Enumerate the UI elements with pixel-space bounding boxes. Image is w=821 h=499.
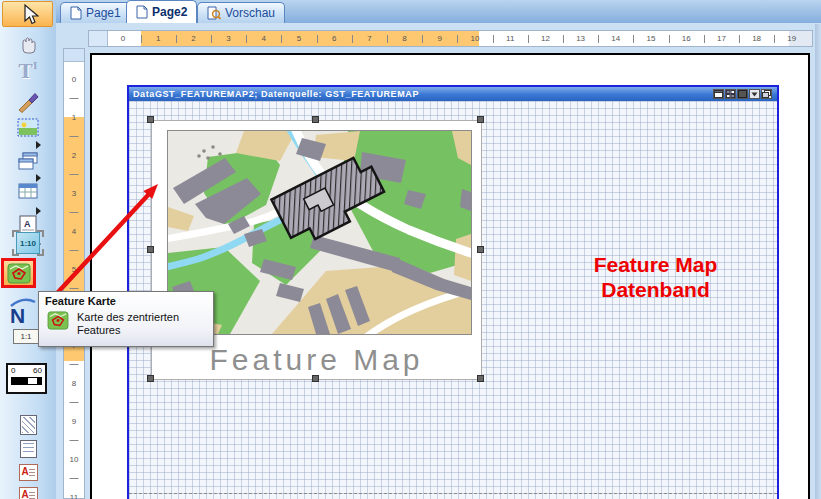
cursor-icon bbox=[17, 3, 39, 25]
hand-icon bbox=[16, 33, 40, 57]
text-style-tool[interactable]: A bbox=[0, 464, 56, 481]
lined-report-tool[interactable] bbox=[0, 440, 56, 458]
hruler-tick bbox=[563, 35, 564, 43]
tooltip-line2: Features bbox=[77, 324, 179, 337]
selection-handle[interactable] bbox=[312, 116, 319, 123]
vruler-tick bbox=[70, 174, 79, 175]
hruler-number: 16 bbox=[682, 34, 691, 43]
vruler-number: 8 bbox=[72, 379, 76, 388]
hruler-number: 0 bbox=[121, 34, 125, 43]
tab-page1[interactable]: Page1 bbox=[60, 2, 131, 23]
selection-handle[interactable] bbox=[147, 375, 154, 382]
hruler-tick bbox=[387, 35, 388, 43]
table-icon bbox=[17, 183, 39, 201]
report-designer-window: Page1 Page2 Vorschau DataGST_FEATUREMAP2… bbox=[0, 0, 821, 499]
hruler-number: 8 bbox=[402, 34, 406, 43]
zoom-one-tool[interactable]: 1:1 bbox=[13, 329, 39, 344]
hruler-tick bbox=[246, 35, 247, 43]
selection-handle[interactable] bbox=[147, 246, 154, 253]
red-annotation-line1: Feature Map bbox=[563, 252, 748, 277]
tab-page2[interactable]: Page2 bbox=[126, 0, 197, 23]
lined-document-icon bbox=[20, 440, 37, 458]
window-right-edge bbox=[815, 24, 821, 499]
vruler-number: 5 bbox=[72, 265, 76, 274]
text-tool-sub-letter: I bbox=[33, 60, 38, 82]
brush-icon bbox=[16, 89, 40, 113]
hruler-tick bbox=[141, 35, 142, 43]
layout-tool-expand-arrow[interactable] bbox=[36, 174, 41, 182]
hruler-number: 15 bbox=[647, 34, 656, 43]
hruler-tick bbox=[493, 35, 494, 43]
selection-handle[interactable] bbox=[147, 116, 154, 123]
feature-map-tool-icon[interactable] bbox=[7, 263, 31, 284]
layout-tool[interactable] bbox=[0, 151, 56, 171]
hruler-tick bbox=[528, 35, 529, 43]
band-properties-button[interactable] bbox=[725, 89, 736, 99]
hruler-tick bbox=[598, 35, 599, 43]
tab-label: Page2 bbox=[152, 5, 187, 19]
hruler-number: 18 bbox=[752, 34, 761, 43]
tool-palette: TI A 1:10 bbox=[0, 0, 56, 499]
tab-label: Vorschau bbox=[225, 6, 275, 20]
table-tool[interactable] bbox=[0, 183, 56, 201]
preview-scale-tool[interactable]: 1:10 bbox=[0, 230, 56, 256]
band-fill-button[interactable] bbox=[737, 89, 748, 99]
selection-handle[interactable] bbox=[477, 116, 484, 123]
band-header[interactable]: DataGST_FEATUREMAP2; Datenquelle: GST_FE… bbox=[129, 87, 777, 101]
tooltip-title: Feature Karte bbox=[45, 295, 207, 307]
image-tool-expand-arrow[interactable] bbox=[36, 141, 41, 149]
scalebar-tool[interactable]: 060 bbox=[6, 363, 47, 394]
selection-handle[interactable] bbox=[477, 375, 484, 382]
hruler-number: 3 bbox=[226, 34, 230, 43]
tab-vorschau[interactable]: Vorschau bbox=[197, 2, 285, 23]
report-page-tool[interactable] bbox=[0, 415, 56, 435]
hruler-number: 1 bbox=[156, 34, 160, 43]
hruler-number: 2 bbox=[191, 34, 195, 43]
select-tool[interactable] bbox=[2, 1, 53, 27]
band-dropdown-button[interactable] bbox=[749, 89, 760, 99]
vruler-tick bbox=[70, 250, 79, 251]
vruler-tick bbox=[70, 478, 79, 479]
vruler-number: 10 bbox=[70, 455, 79, 464]
hruler-number: 4 bbox=[262, 34, 266, 43]
vruler-number: 9 bbox=[72, 417, 76, 426]
hatched-document-icon bbox=[20, 415, 37, 435]
north-arrow-tool[interactable]: N bbox=[8, 296, 38, 328]
pan-tool[interactable] bbox=[0, 33, 56, 57]
preview-icon bbox=[207, 6, 221, 20]
page-icon bbox=[136, 5, 148, 19]
compass-n-letter: N bbox=[10, 304, 25, 328]
scalebar-bar bbox=[11, 377, 42, 385]
band-minimize-button[interactable] bbox=[713, 89, 724, 99]
vruler-number: 3 bbox=[72, 189, 76, 198]
tab-bar: Page1 Page2 Vorschau bbox=[56, 0, 821, 23]
tab-label: Page1 bbox=[86, 6, 121, 20]
text-tool[interactable]: TI bbox=[0, 60, 56, 82]
hruler-tick bbox=[317, 35, 318, 43]
scalebar-right-label: 60 bbox=[33, 367, 42, 375]
vruler-number: 11 bbox=[70, 493, 78, 499]
format-brush-tool[interactable] bbox=[0, 89, 56, 113]
hruler-tick bbox=[211, 35, 212, 43]
hruler-number: 14 bbox=[611, 34, 620, 43]
a-style-icon-2: A bbox=[19, 487, 38, 499]
selection-handle[interactable] bbox=[312, 375, 319, 382]
hruler-tick bbox=[422, 35, 423, 43]
text-style-tool-2[interactable]: A bbox=[0, 487, 56, 499]
band-bottom-dashed-line bbox=[129, 493, 777, 494]
image-tool[interactable] bbox=[0, 118, 56, 137]
hruler-tick bbox=[704, 35, 705, 43]
hruler-tick bbox=[457, 35, 458, 43]
table-tool-expand-arrow[interactable] bbox=[36, 207, 41, 215]
selection-handle[interactable] bbox=[477, 246, 484, 253]
band-header-buttons bbox=[713, 89, 772, 99]
feature-map-tool-highlight bbox=[1, 258, 36, 288]
vruler-number: 1 bbox=[72, 113, 76, 122]
text-tool-letter: T bbox=[19, 60, 33, 82]
vruler-tick bbox=[70, 212, 79, 213]
hruler-number: 10 bbox=[471, 34, 480, 43]
hruler-number: 13 bbox=[576, 34, 585, 43]
svg-text:A: A bbox=[24, 219, 31, 229]
hruler-tick bbox=[633, 35, 634, 43]
band-layers-button[interactable] bbox=[761, 89, 772, 99]
